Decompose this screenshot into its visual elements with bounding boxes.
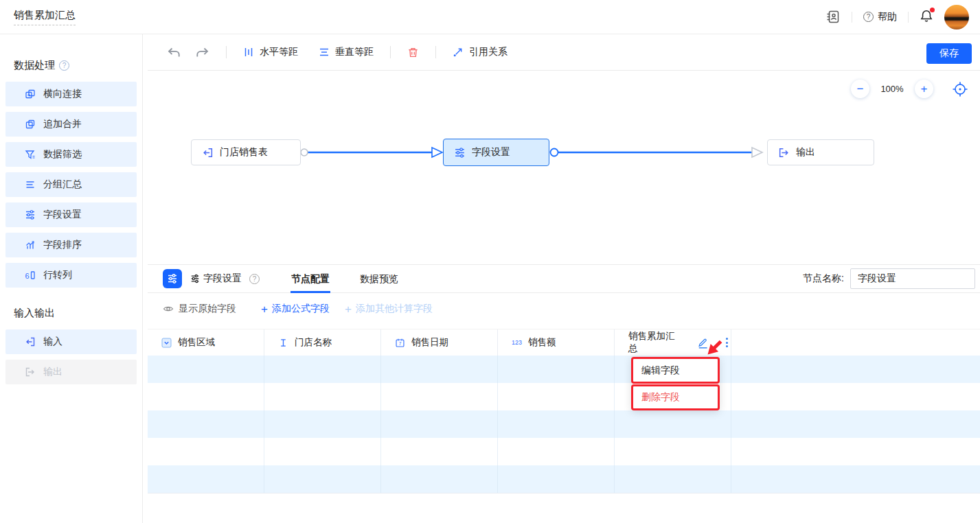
node-input-table[interactable]: 门店销售表 — [191, 139, 301, 165]
sidebar-item-data-filter[interactable]: 数据筛选 — [5, 142, 137, 167]
sliders-icon — [25, 209, 36, 220]
sidebar-item-field-setting[interactable]: 字段设置 — [5, 202, 137, 227]
save-button[interactable]: 保存 — [926, 43, 972, 64]
table-row — [148, 356, 980, 383]
sidebar-item-horizontal-join[interactable]: 横向连接 — [5, 82, 137, 106]
reference-arrow-icon — [453, 47, 464, 58]
plus-icon — [261, 303, 268, 315]
main-area: 水平等距 垂直等距 引用关系 保存 − — [148, 34, 980, 523]
top-bar: 销售累加汇总 帮助 — [0, 0, 980, 34]
date-field-icon: 7 — [395, 338, 405, 348]
table-row — [148, 465, 980, 493]
horizontal-distribute-button[interactable]: 水平等距 — [243, 46, 298, 58]
help-button[interactable]: 帮助 — [863, 11, 897, 23]
vertical-distribute-button[interactable]: 垂直等距 — [319, 46, 374, 58]
select-field-icon — [161, 338, 172, 348]
divider — [390, 46, 391, 58]
panel-header: 字段设置 节点配置 数据预览 节点名称: — [148, 265, 980, 293]
vertical-bars-icon — [243, 47, 254, 58]
sidebar-item-group-summary[interactable]: 分组汇总 — [5, 172, 137, 197]
svg-text:7: 7 — [399, 341, 402, 346]
output-icon — [778, 147, 790, 159]
column-header-store-name: 门店名称 — [264, 329, 381, 356]
add-other-calc-field-button[interactable]: 添加其他计算字段 — [345, 303, 433, 315]
sidebar: 数据处理 横向连接 追加合并 数据筛选 分组汇总 字段设置 — [0, 34, 143, 523]
divider — [852, 12, 852, 23]
divider — [435, 46, 436, 58]
delete-node-button[interactable] — [407, 47, 419, 58]
table-row — [148, 438, 980, 465]
panel-title: 字段设置 — [203, 272, 242, 285]
sidebar-item-field-sort[interactable]: 字段排序 — [5, 233, 137, 257]
help-icon[interactable] — [59, 60, 69, 71]
input-icon — [25, 336, 36, 347]
panel-tabs: 节点配置 数据预览 — [290, 265, 400, 293]
trash-icon — [407, 47, 419, 58]
sliders-icon — [454, 147, 466, 159]
table-body — [148, 356, 980, 493]
help-label: 帮助 — [878, 11, 897, 23]
column-header-sales-region: 销售区域 — [148, 329, 264, 356]
node-name-label: 节点名称: — [803, 272, 844, 285]
document-title[interactable]: 销售累加汇总 — [14, 9, 76, 25]
divider — [908, 12, 909, 23]
tab-node-config[interactable]: 节点配置 — [290, 265, 331, 293]
sidebar-item-row-to-column[interactable]: 6 行转列 — [5, 263, 137, 288]
merge-icon — [25, 119, 36, 130]
config-panel: 字段设置 节点配置 数据预览 节点名称: 显示原始字段 添加公式字段 — [148, 264, 980, 523]
number-field-icon: 123 — [512, 339, 522, 346]
help-icon[interactable] — [249, 274, 260, 284]
canvas-toolbar: 水平等距 垂直等距 引用关系 保存 — [148, 34, 980, 71]
column-header-sales-cumulative: 销售累加汇总 — [615, 329, 731, 356]
sidebar-item-input[interactable]: 输入 — [5, 329, 137, 354]
text-field-icon — [278, 338, 288, 348]
horizontal-bars-icon — [319, 47, 330, 58]
sidebar-item-output[interactable]: 输出 — [5, 360, 137, 384]
sidebar-section-data-processing: 数据处理 — [14, 59, 142, 72]
undo-button[interactable] — [167, 47, 181, 58]
table-row — [148, 383, 980, 410]
field-context-menu: 编辑字段 删除字段 — [632, 357, 719, 410]
list-icon — [25, 179, 36, 190]
address-book-icon[interactable] — [826, 10, 841, 24]
add-formula-field-button[interactable]: 添加公式字段 — [261, 303, 330, 315]
svg-text:6: 6 — [25, 272, 30, 280]
plus-icon — [345, 303, 352, 315]
flow-canvas[interactable]: − 100% + 门店销售表 — [148, 71, 980, 264]
column-header-sales-date: 7 销售日期 — [381, 329, 498, 356]
preview-table: 销售区域 门店名称 7 销售日期 123 — [148, 329, 980, 493]
sort-chart-icon — [25, 240, 36, 251]
table-header-row: 销售区域 门店名称 7 销售日期 123 — [148, 329, 980, 356]
filter-icon — [25, 149, 36, 160]
node-field-setting[interactable]: 字段设置 — [443, 139, 549, 166]
eye-icon — [163, 303, 174, 314]
field-controls-row: 显示原始字段 添加公式字段 添加其他计算字段 — [148, 293, 980, 325]
tab-data-preview[interactable]: 数据预览 — [358, 265, 400, 293]
flow-edges — [148, 71, 980, 264]
edit-field-icon[interactable] — [697, 337, 709, 349]
sliders-mini-icon — [190, 274, 200, 283]
table-row — [148, 410, 980, 438]
show-original-fields-toggle[interactable]: 显示原始字段 — [163, 303, 236, 315]
notification-bell-icon[interactable] — [920, 9, 933, 25]
notification-dot — [930, 8, 935, 12]
join-icon — [25, 89, 36, 100]
column-header-sales-amount: 123 销售额 — [498, 329, 615, 356]
menu-item-delete-field[interactable]: 删除字段 — [632, 384, 719, 410]
user-avatar[interactable] — [944, 5, 969, 30]
node-name-input[interactable] — [850, 268, 975, 289]
menu-item-edit-field[interactable]: 编辑字段 — [632, 357, 719, 384]
redo-button[interactable] — [196, 47, 209, 58]
input-icon — [202, 147, 214, 159]
divider — [226, 46, 227, 58]
sidebar-section-io: 输入输出 — [14, 307, 142, 320]
more-menu-icon[interactable] — [723, 336, 731, 349]
column-header-empty — [731, 329, 980, 356]
sidebar-item-append-merge[interactable]: 追加合并 — [5, 112, 137, 137]
question-circle-icon — [863, 12, 874, 22]
output-icon — [25, 367, 36, 377]
reference-relation-button[interactable]: 引用关系 — [453, 46, 508, 58]
node-output[interactable]: 输出 — [767, 139, 874, 165]
field-setting-badge-icon — [163, 269, 182, 288]
pivot-icon: 6 — [25, 270, 36, 281]
